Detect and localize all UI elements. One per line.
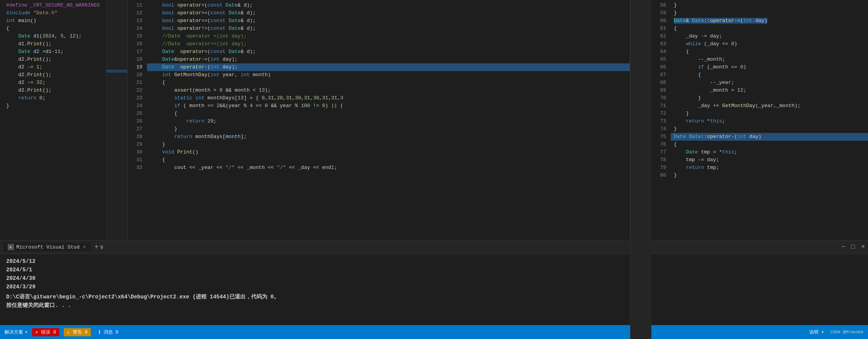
r-line-76: { [671, 141, 868, 148]
terminal-close-btn[interactable]: × [861, 244, 865, 250]
code-line-17: Date operator=(const Date& d); [147, 48, 651, 56]
r-line-73: return *this; [671, 118, 868, 125]
terminal-output-4: 2024/3/29 [6, 283, 862, 291]
minimap-left [106, 0, 127, 240]
r-line-70: } [671, 94, 868, 102]
terminal-tab-close[interactable]: × [82, 244, 87, 250]
terminal-minimize-btn[interactable]: − [841, 244, 845, 250]
terminal-output-2: 2024/5/1 [6, 266, 862, 274]
solution-label: 解决方案 [5, 329, 23, 336]
code-line-12: bool operator>=(const Date& d); [147, 9, 651, 17]
terminal-output-3: 2024/4/30 [6, 274, 862, 283]
terminal-chevron[interactable]: ∨ [100, 243, 104, 251]
warning-count: 警告 0 [73, 329, 87, 336]
code-line-20: int GetMonthDay(int year, int month) [147, 71, 651, 79]
message-indicator[interactable]: ℹ 消息 0 [96, 328, 121, 336]
r-line-63: while (_day <= 0) [671, 40, 868, 48]
r-line-77: Date tmp = *this; [671, 148, 868, 156]
terminal-tab-label: Microsoft Visual Stud [16, 244, 80, 250]
r-line-60: Date& Date::operator-=(int day) [671, 17, 868, 25]
r-line-64: { [671, 48, 868, 56]
terminal-content: 2024/5/12 2024/5/1 2024/4/30 2024/3/29 D… [0, 254, 868, 325]
csdn-label: CSDN @MrGaoma [830, 330, 863, 334]
r-line-78: tmp -= day; [671, 156, 868, 164]
error-indicator[interactable]: ✕ 错误 0 [32, 328, 59, 336]
message-icon: ℹ [99, 329, 101, 335]
code-line-26: return 29; [147, 118, 651, 125]
terminal-add-tab[interactable]: + [94, 244, 98, 250]
code-line-32: cout << _year << "/" << _month << "/" <<… [147, 164, 651, 172]
r-line-71: _day += GetMonthDay(_year,_month); [671, 102, 868, 110]
r-line-62: _day -= day; [671, 32, 868, 40]
terminal-tab-vs[interactable]: ▶ Microsoft Visual Stud × [3, 242, 91, 252]
status-bar-right: 说明 ▾ CSDN @MrGaoma [809, 329, 863, 336]
error-count: 错误 0 [41, 329, 56, 336]
r-line-67: { [671, 71, 868, 79]
message-count: 消息 0 [104, 329, 118, 336]
r-line-72: } [671, 110, 868, 118]
code-line-25: { [147, 110, 651, 118]
terminal-tabs: ▶ Microsoft Visual Stud × + ∨ − □ × [0, 240, 868, 254]
solution-selector[interactable]: 解决方案 ▾ [5, 329, 27, 336]
code-line-16: //Date operator+=(int day); [147, 40, 651, 48]
r-line-75: Date Date::operator-(int day) [671, 133, 868, 141]
minimap-selection [106, 70, 127, 73]
status-bar: ⑂ 未找到相关问题 ✎ ▾ 行: 14 解决方案 ▾ ✕ 错误 0 ⚠ 警告 0… [0, 325, 868, 339]
middle-panel: 11 12 13 14 15 16 17 18 19 20 21 22 23 2… [128, 0, 651, 240]
solution-dropdown-icon: ▾ [25, 329, 27, 335]
r-line-66: if (_month == 0) [671, 63, 868, 71]
right-panel: 58 59 60 61 62 63 64 65 66 67 68 69 70 7… [651, 0, 868, 240]
status-description[interactable]: 说明 ▾ [809, 329, 824, 336]
r-line-68: --_year; [671, 79, 868, 87]
r-line-69: _month = 12; [671, 87, 868, 94]
terminal-window-actions: − □ × [841, 244, 865, 250]
r-line-79: return tmp; [671, 164, 868, 172]
warning-indicator[interactable]: ⚠ 警告 0 [64, 328, 91, 336]
code-line-21: { [147, 79, 651, 87]
r-line-61: { [671, 25, 868, 32]
r-line-74: } [671, 125, 868, 133]
terminal-process-info: D:\C语言\gitware\begin_-c\Project2\x64\Deb… [6, 293, 862, 301]
terminal-maximize-btn[interactable]: □ [851, 244, 855, 250]
r-line-80: } [671, 172, 868, 179]
terminal-area: ▶ Microsoft Visual Stud × + ∨ − □ × 2024… [0, 240, 868, 325]
status-bar-left-bottom: 解决方案 ▾ ✕ 错误 0 ⚠ 警告 0 ℹ 消息 0 [0, 325, 126, 339]
code-line-18: Date&operator-=(int day); [147, 56, 651, 63]
line-numbers-middle: 11 12 13 14 15 16 17 18 19 20 21 22 23 2… [128, 0, 147, 240]
terminal-exit-prompt: 按任意键关闭此窗口. . . [6, 301, 862, 310]
code-line-30: void Print() [147, 148, 651, 156]
code-line-29: } [147, 141, 651, 148]
code-content-right: } } Date& Date::operator-=(int day) { _d… [671, 0, 868, 240]
code-line-22: assert(month > 0 && month < 13); [147, 87, 651, 94]
r-line-65: --_month; [671, 56, 868, 63]
code-line-28: return monthDays[month]; [147, 133, 651, 141]
code-line-14: bool operator!=(const Date& d); [147, 25, 651, 32]
line-numbers-right: 58 59 60 61 62 63 64 65 66 67 68 69 70 7… [651, 0, 671, 240]
code-content-middle: bool operator>(const Date& d); bool oper… [147, 0, 651, 240]
code-line-11: bool operator>(const Date& d); [147, 2, 651, 9]
error-icon: ✕ [35, 329, 38, 335]
r-line-58: } [671, 2, 868, 9]
description-label: 说明 ▾ [809, 329, 824, 336]
code-line-23: static int monthDays[13] = { 0,31,28,31,… [147, 94, 651, 102]
warning-icon: ⚠ [67, 329, 70, 335]
code-line-24: if ( month == 2&&(year % 4 == 0 && year … [147, 102, 651, 110]
terminal-output-1: 2024/5/12 [6, 257, 862, 266]
code-line-19: Date operator-(int day); [147, 63, 651, 71]
code-line-15: //Date operator +(int day); [147, 32, 651, 40]
code-line-31: { [147, 156, 651, 164]
status-csdn: CSDN @MrGaoma [830, 330, 863, 334]
editor-area: #define _CRT_SECURE_NO_WARNINGS #include… [0, 0, 868, 240]
code-line-27: } [147, 125, 651, 133]
r-line-59: } [671, 9, 868, 17]
vs-tab-icon: ▶ [8, 244, 14, 250]
code-line-13: bool operator==(const Date& d); [147, 17, 651, 25]
left-panel: #define _CRT_SECURE_NO_WARNINGS #include… [0, 0, 128, 240]
